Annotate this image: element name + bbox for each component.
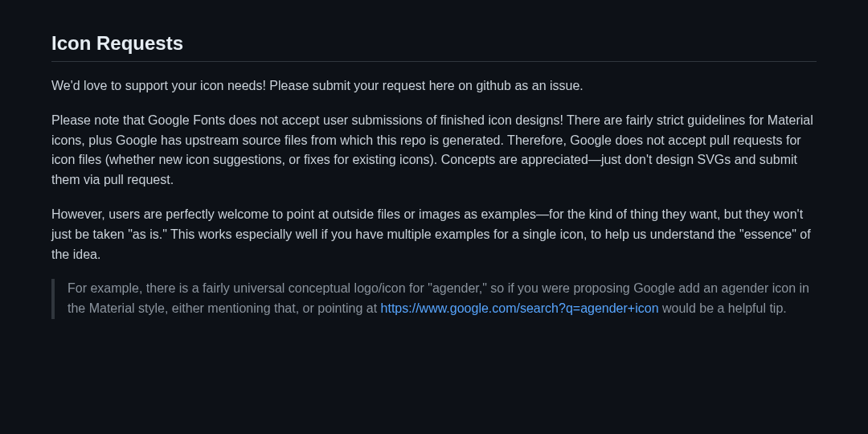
example-blockquote: For example, there is a fairly universal… (51, 279, 817, 319)
document-container: Icon Requests We'd love to support your … (0, 0, 868, 366)
blockquote-text-after: would be a helpful tip. (659, 301, 787, 315)
examples-paragraph: However, users are perfectly welcome to … (51, 205, 817, 264)
intro-paragraph: We'd love to support your icon needs! Pl… (51, 76, 817, 96)
submission-policy-paragraph: Please note that Google Fonts does not a… (51, 111, 817, 190)
section-heading: Icon Requests (51, 32, 817, 62)
blockquote-text: For example, there is a fairly universal… (68, 279, 817, 319)
example-search-link[interactable]: https://www.google.com/search?q=agender+… (381, 301, 659, 315)
